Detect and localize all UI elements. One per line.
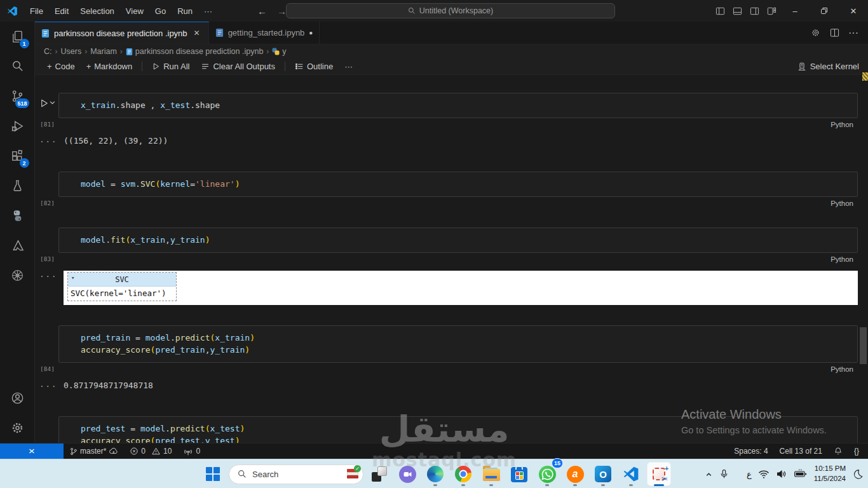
cell-language-picker[interactable]: Python bbox=[831, 200, 853, 207]
cell-language-picker[interactable]: Python bbox=[831, 255, 853, 263]
notebook-cell[interactable]: pred_train = model.predict(x_train)accur… bbox=[35, 325, 858, 373]
breadcrumb-drive[interactable]: C: bbox=[44, 47, 52, 56]
menu-edit[interactable]: Edit bbox=[49, 4, 74, 18]
clock-date: 11/5/2024 bbox=[814, 474, 846, 484]
remote-indicator[interactable] bbox=[0, 444, 64, 459]
breadcrumb-mariam[interactable]: Mariam bbox=[90, 47, 117, 56]
toolbar-more-icon[interactable]: ··· bbox=[340, 60, 357, 72]
toggle-primary-sidebar-icon[interactable] bbox=[712, 0, 729, 22]
run-all-button[interactable]: Run All bbox=[147, 60, 194, 72]
do-not-disturb-moon-icon[interactable] bbox=[852, 469, 863, 480]
cell-editor[interactable]: x_train.shape , x_test.shape bbox=[58, 93, 858, 118]
braces-indicator[interactable]: {} bbox=[848, 444, 868, 459]
activity-search[interactable] bbox=[0, 51, 35, 81]
unsaved-dot-icon[interactable]: ● bbox=[309, 29, 313, 36]
close-button[interactable]: ✕ bbox=[839, 0, 868, 22]
split-editor-icon[interactable] bbox=[826, 25, 843, 41]
minimize-button[interactable]: – bbox=[780, 0, 810, 22]
menu-go[interactable]: Go bbox=[149, 4, 172, 18]
activity-explorer[interactable]: 1 bbox=[0, 22, 35, 51]
breadcrumb-file[interactable]: parkinsson disease prediction .ipynb bbox=[126, 47, 264, 56]
cell-editor[interactable]: model.fit(x_train,y_train) bbox=[58, 227, 858, 253]
task-view-button[interactable] bbox=[367, 462, 391, 486]
caret-down-icon[interactable]: ▾ bbox=[71, 274, 74, 281]
microsoft-store-button[interactable] bbox=[507, 462, 531, 486]
taskbar-search[interactable]: Search ✓ bbox=[229, 464, 363, 484]
customize-layout-icon[interactable] bbox=[763, 0, 780, 22]
start-button[interactable] bbox=[201, 462, 225, 486]
menu-view[interactable]: View bbox=[120, 4, 149, 18]
activity-testing[interactable] bbox=[0, 171, 35, 201]
wifi-icon[interactable] bbox=[758, 470, 770, 479]
ports-indicator[interactable]: 0 bbox=[177, 444, 206, 459]
cell-editor[interactable]: pred_test = model.predict(x_test)accurac… bbox=[58, 416, 858, 443]
run-cell-button[interactable] bbox=[39, 98, 55, 108]
avast-button[interactable]: a bbox=[563, 462, 587, 486]
cell-language-picker[interactable]: Python bbox=[831, 121, 853, 128]
tab-getting-started[interactable]: getting_started.ipynb ● bbox=[209, 22, 320, 44]
tab-close-icon[interactable]: ✕ bbox=[192, 28, 202, 38]
more-actions-icon[interactable]: ··· bbox=[845, 25, 862, 41]
activity-extensions[interactable]: 2 bbox=[0, 141, 35, 171]
workspace-search-box[interactable]: Untitled (Workspace) bbox=[286, 3, 615, 18]
add-markdown-cell-button[interactable]: + Markdown bbox=[82, 60, 137, 72]
activity-python[interactable] bbox=[0, 201, 35, 231]
notebook-cell[interactable]: model.fit(x_train,y_train)[83]Python bbox=[35, 227, 858, 263]
activity-azure[interactable] bbox=[0, 231, 35, 261]
problems-indicator[interactable]: 0 10 bbox=[124, 444, 177, 459]
cell-editor[interactable]: pred_train = model.predict(x_train)accur… bbox=[58, 325, 858, 363]
activity-source-control[interactable]: 518 bbox=[0, 81, 35, 111]
menu-run[interactable]: Run bbox=[172, 4, 198, 18]
volume-icon[interactable] bbox=[776, 469, 787, 479]
activity-settings[interactable] bbox=[0, 413, 35, 443]
whatsapp-button[interactable]: 15 bbox=[535, 462, 559, 486]
cell-editor[interactable]: model = svm.SVC(kernel='linear') bbox=[58, 172, 858, 197]
sklearn-estimator-widget[interactable]: ▾SVCSVC(kernel='linear') bbox=[67, 272, 177, 301]
output-collapse-handle[interactable]: ··· bbox=[39, 137, 57, 146]
cell-indicator[interactable]: Cell 13 of 21 bbox=[774, 444, 828, 459]
menu-file[interactable]: File bbox=[24, 4, 49, 18]
tab-parkinsson-notebook[interactable]: parkinsson disease prediction .ipynb ✕ bbox=[35, 22, 209, 44]
activity-account[interactable] bbox=[0, 383, 35, 413]
activity-run-debug[interactable] bbox=[0, 111, 35, 141]
vscode-taskbar-button[interactable] bbox=[619, 462, 643, 486]
branch-indicator[interactable]: master* bbox=[64, 444, 124, 459]
indent-indicator[interactable]: Spaces: 4 bbox=[728, 444, 773, 459]
toggle-panel-icon[interactable] bbox=[729, 0, 746, 22]
interactive-settings-gear-icon[interactable] bbox=[807, 25, 824, 41]
notifications-bell[interactable] bbox=[828, 444, 848, 459]
file-explorer-button[interactable] bbox=[479, 462, 503, 486]
outlook-icon: O bbox=[595, 466, 611, 482]
outlook-button[interactable]: O bbox=[591, 462, 615, 486]
select-kernel-button[interactable]: Select Kernel bbox=[797, 62, 859, 71]
battery-icon[interactable] bbox=[794, 469, 808, 479]
restore-button[interactable] bbox=[810, 0, 839, 22]
notebook-cell[interactable]: x_train.shape , x_test.shape[81]Python bbox=[35, 93, 858, 128]
code-line: model = svm.SVC(kernel='linear') bbox=[81, 178, 852, 190]
nav-back-icon[interactable]: ← bbox=[252, 6, 272, 17]
edge-button[interactable] bbox=[423, 462, 447, 486]
add-code-cell-button[interactable]: + Code bbox=[43, 60, 79, 72]
outline-button[interactable]: Outline bbox=[290, 60, 337, 72]
running-indicator bbox=[573, 484, 577, 486]
output-collapse-handle[interactable]: ··· bbox=[39, 381, 57, 391]
cell-language-picker[interactable]: Python bbox=[831, 365, 853, 373]
clear-all-outputs-button[interactable]: Clear All Outputs bbox=[196, 60, 280, 72]
breadcrumb-users[interactable]: Users bbox=[61, 47, 82, 56]
notebook-cell[interactable]: model = svm.SVC(kernel='linear')[82]Pyth… bbox=[35, 172, 858, 207]
output-collapse-handle[interactable]: ··· bbox=[39, 271, 57, 281]
meet-app-button[interactable] bbox=[395, 462, 419, 486]
breadcrumb-symbol[interactable]: y bbox=[272, 47, 286, 56]
snipping-tool-button[interactable]: ✂+ bbox=[647, 462, 671, 486]
show-hidden-icons-chevron[interactable] bbox=[705, 470, 713, 478]
toggle-secondary-sidebar-icon[interactable] bbox=[746, 0, 763, 22]
menu-more-icon[interactable]: ··· bbox=[198, 4, 218, 18]
editor-scrollbar[interactable] bbox=[860, 327, 867, 364]
taskbar-clock[interactable]: 10:15 PM 11/5/2024 bbox=[814, 464, 846, 484]
input-language-indicator[interactable]: ع bbox=[747, 470, 752, 479]
activity-kubernetes[interactable] bbox=[0, 261, 35, 290]
notebook-cell[interactable]: pred_test = model.predict(x_test)accurac… bbox=[35, 416, 858, 443]
microphone-tray-icon[interactable] bbox=[719, 469, 729, 479]
menu-selection[interactable]: Selection bbox=[74, 4, 119, 18]
chrome-button[interactable] bbox=[451, 462, 475, 486]
